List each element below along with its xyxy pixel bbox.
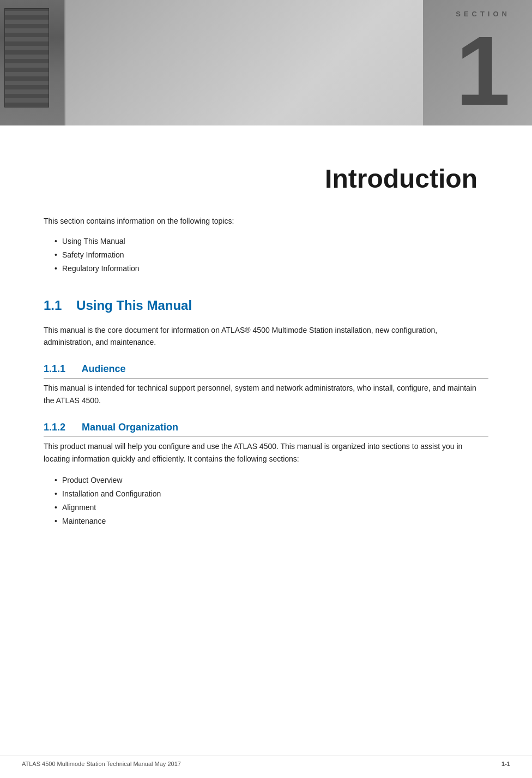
section-number: 1 [456,22,510,120]
list-item: Product Overview [55,474,488,487]
page-title: Introduction [44,164,488,194]
list-item: Alignment [55,501,488,514]
topics-list: Using This Manual Safety Information Reg… [55,235,488,276]
list-item: Maintenance [55,514,488,528]
footer-page-number: 1-1 [501,761,510,767]
header-left-equipment [0,0,65,125]
main-content: Introduction This section contains infor… [0,125,532,561]
list-item: Using This Manual [55,235,488,248]
section-1-1-2-body: This product manual will help you config… [44,440,488,465]
section-1-1-1-number: 1.1.1 [44,363,65,374]
section-1-1-body: This manual is the core document for inf… [44,324,488,349]
page-footer: ATLAS 4500 Multimode Station Technical M… [0,756,532,767]
header-banner: SECTION 1 [0,0,532,125]
section-1-1-1-title: Audience [81,363,125,374]
list-item: Installation and Configuration [55,487,488,501]
intro-section: This section contains information on the… [44,216,488,276]
list-item: Safety Information [55,248,488,262]
section-1-1-1-heading: 1.1.1 Audience [44,363,488,379]
list-item: Regulatory Information [55,262,488,276]
section-1-1-2-title: Manual Organization [82,422,178,433]
section-1-1-number: 1.1 [44,298,62,313]
section-1-1-2-number: 1.1.2 [44,422,65,433]
section-1-1-1-body: This manual is intended for technical su… [44,382,488,406]
footer-left-text: ATLAS 4500 Multimode Station Technical M… [22,761,181,767]
intro-lead-text: This section contains information on the… [44,216,488,227]
manual-org-list: Product Overview Installation and Config… [55,474,488,529]
header-background: SECTION 1 [0,0,532,125]
section-1-1-2-heading: 1.1.2 Manual Organization [44,422,488,437]
section-1-1-title: Using This Manual [76,298,192,313]
section-1-1-heading: 1.1 Using This Manual [44,298,488,313]
